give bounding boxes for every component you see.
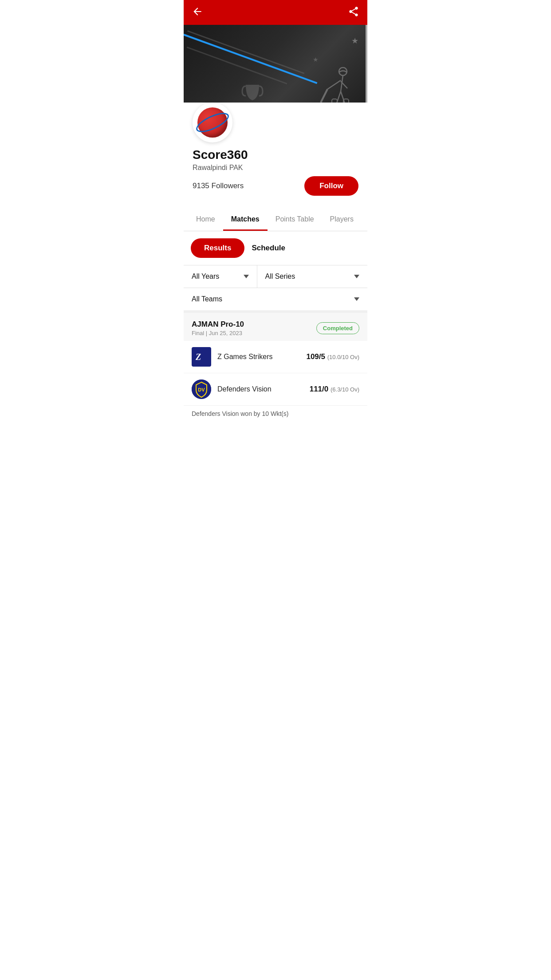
tab-players[interactable]: Players bbox=[322, 209, 362, 231]
results-tab[interactable]: Results bbox=[191, 238, 244, 258]
team1-left: Z Z Games Strikers bbox=[192, 347, 272, 367]
svg-text:Z: Z bbox=[195, 352, 201, 362]
filter-row-2[interactable]: All Teams bbox=[184, 288, 367, 313]
status-badge: Completed bbox=[316, 322, 359, 334]
team2-logo: DV bbox=[192, 379, 211, 399]
star-decoration-2: ★ bbox=[313, 56, 319, 63]
match-header: AJMAN Pro-10 Final | Jun 25, 2023 Comple… bbox=[184, 313, 367, 341]
all-series-filter[interactable]: All Series bbox=[257, 265, 367, 288]
profile-section: Score360 Rawalpindi PAK 9135 Followers F… bbox=[184, 103, 367, 200]
team1-name: Z Games Strikers bbox=[217, 353, 272, 361]
tab-home[interactable]: Home bbox=[188, 209, 223, 231]
team1-score: 109/5 (10.0/10 Ov) bbox=[306, 352, 359, 361]
team2-overs: (6.3/10 Ov) bbox=[331, 386, 359, 393]
tab-points-table[interactable]: Points Table bbox=[268, 209, 322, 231]
team-row-1: Z Z Games Strikers 109/5 (10.0/10 Ov) bbox=[184, 341, 367, 373]
chevron-down-icon-3 bbox=[354, 297, 359, 301]
match-type: Final | Jun 25, 2023 bbox=[192, 330, 244, 336]
match-tournament: AJMAN Pro-10 bbox=[192, 320, 244, 329]
all-series-label: All Series bbox=[265, 273, 295, 281]
profile-location: Rawalpindi PAK bbox=[193, 164, 358, 172]
svg-text:DV: DV bbox=[198, 387, 205, 392]
share-button[interactable] bbox=[348, 6, 359, 19]
tab-matches[interactable]: Matches bbox=[223, 209, 268, 231]
team2-left: DV Defenders Vision bbox=[192, 379, 272, 399]
star-decoration: ★ bbox=[351, 36, 358, 46]
match-card[interactable]: AJMAN Pro-10 Final | Jun 25, 2023 Comple… bbox=[184, 313, 367, 424]
followers-count: 9135 Followers bbox=[193, 182, 244, 190]
chevron-down-icon-2 bbox=[354, 275, 359, 278]
sub-tabs: Results Schedule bbox=[184, 231, 367, 265]
top-bar bbox=[184, 0, 367, 25]
chevron-down-icon bbox=[244, 275, 249, 278]
all-teams-label: All Teams bbox=[192, 295, 222, 303]
match-result: Defenders Vision won by 10 Wkt(s) bbox=[184, 406, 367, 424]
team2-name: Defenders Vision bbox=[217, 385, 272, 393]
schedule-tab[interactable]: Schedule bbox=[252, 244, 285, 253]
main-tabs: Home Matches Points Table Players bbox=[184, 209, 367, 231]
profile-followers-row: 9135 Followers Follow bbox=[193, 176, 358, 196]
filter-row-1: All Years All Series bbox=[184, 265, 367, 288]
avatar bbox=[193, 103, 232, 142]
all-years-label: All Years bbox=[192, 273, 219, 281]
follow-button[interactable]: Follow bbox=[304, 176, 358, 196]
profile-name: Score360 bbox=[193, 148, 358, 162]
team1-logo: Z bbox=[192, 347, 211, 367]
team1-overs: (10.0/10 Ov) bbox=[327, 354, 359, 360]
back-button[interactable] bbox=[192, 6, 203, 19]
svg-line-5 bbox=[321, 89, 327, 103]
all-years-filter[interactable]: All Years bbox=[184, 265, 257, 288]
team-row-2: DV Defenders Vision 111/0 (6.3/10 Ov) bbox=[184, 373, 367, 406]
svg-line-4 bbox=[327, 80, 341, 89]
team2-score: 111/0 (6.3/10 Ov) bbox=[310, 385, 359, 394]
